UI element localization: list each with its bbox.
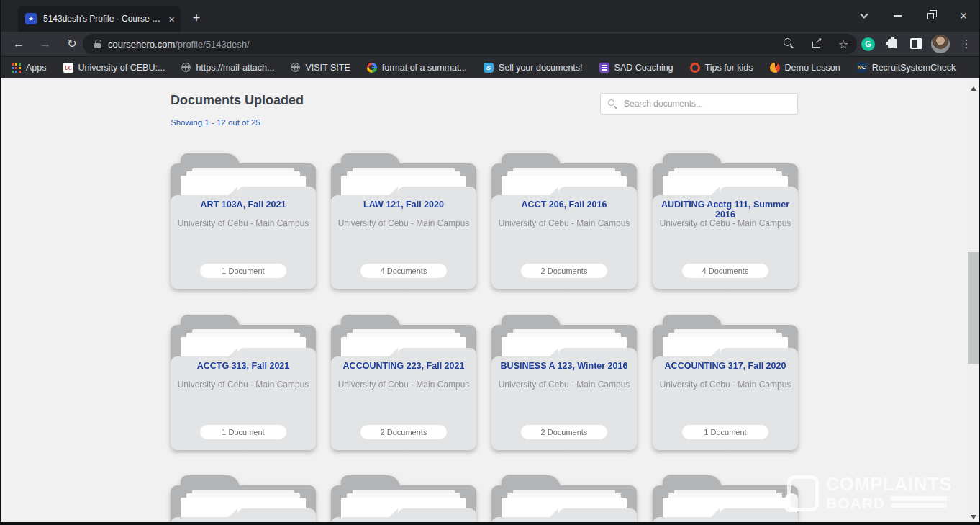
red-ring-icon — [690, 63, 700, 73]
lock-icon[interactable] — [94, 43, 101, 48]
folder-title: LAW 121, Fall 2020 — [335, 199, 472, 210]
watermark-text: COMPLAINTS — [826, 475, 952, 493]
course-hero-favicon — [25, 13, 37, 24]
globe-icon — [291, 63, 300, 72]
folder-card-law-121[interactable]: LAW 121, Fall 2020 University of Cebu - … — [331, 153, 476, 290]
folder-school: University of Cebu - Main Campus — [657, 218, 794, 228]
document-count-badge: 4 Documents — [682, 264, 768, 278]
folder-card-partial[interactable] — [331, 475, 476, 525]
bookmark-visit-site[interactable]: VISIT SITE — [291, 63, 350, 73]
bookmark-university-of-cebu[interactable]: University of CEBU:... — [63, 63, 165, 73]
folder-school: University of Cebu - Main Campus — [496, 380, 632, 390]
window-close-button[interactable] — [953, 9, 974, 23]
window-bottom-edge — [1, 522, 979, 525]
document-count-badge: 1 Document — [200, 425, 286, 439]
browser-toolbar: coursehero.com/profile/5143desh/ — [1, 32, 979, 56]
extensions-puzzle-icon[interactable] — [888, 39, 897, 48]
document-search-box[interactable] — [600, 93, 798, 115]
folder-school: University of Cebu - Main Campus — [175, 380, 312, 390]
document-count-badge: 2 Documents — [521, 425, 607, 439]
scroll-down-icon[interactable] — [967, 509, 979, 519]
folder-school: University of Cebu - Main Campus — [175, 218, 312, 228]
profile-avatar[interactable] — [931, 35, 950, 53]
forward-icon[interactable] — [36, 35, 55, 53]
folder-card-accounting-317[interactable]: ACCOUNTING 317, Fall 2020 University of … — [653, 315, 798, 452]
apps-grid-icon — [11, 63, 21, 73]
folder-card-partial[interactable] — [171, 475, 316, 525]
bookmark-sell-documents[interactable]: Sell your documents! — [484, 63, 583, 73]
globe-icon — [181, 63, 191, 72]
zoom-out-icon[interactable] — [784, 38, 795, 50]
blue-s-icon — [484, 63, 494, 73]
folder-school: University of Cebu - Main Campus — [335, 380, 472, 390]
side-panel-icon[interactable] — [910, 38, 922, 49]
page-scrollbar[interactable] — [967, 78, 979, 525]
bookmark-demo-lesson[interactable]: Demo Lesson — [770, 63, 840, 73]
share-icon[interactable] — [811, 38, 822, 50]
folder-card-business-a-123[interactable]: BUSINESS A 123, Winter 2016 University o… — [491, 315, 637, 452]
tab-close-icon[interactable] — [168, 13, 175, 25]
scroll-up-icon[interactable] — [967, 81, 979, 91]
window-restore-button[interactable] — [920, 9, 940, 23]
bookmark-mail-attach[interactable]: https://mail-attach... — [181, 63, 274, 73]
bookmark-recruitsystemcheck[interactable]: RecruitSystemCheck — [857, 63, 956, 73]
orange-circle-icon — [770, 63, 780, 73]
folder-school: University of Cebu - Main Campus — [335, 218, 472, 228]
folder-title: ART 103A, Fall 2021 — [175, 199, 312, 210]
results-count-text: Showing 1 - 12 out of 25 — [171, 118, 260, 127]
document-count-badge: 2 Documents — [360, 425, 447, 439]
profile-documents-page: Documents Uploaded Showing 1 - 12 out of… — [1, 78, 968, 525]
watermark-small-text — [891, 496, 947, 511]
reload-icon[interactable] — [63, 35, 81, 53]
folder-card-partial[interactable] — [491, 475, 637, 525]
search-input[interactable] — [624, 94, 793, 114]
document-count-badge: 1 Document — [200, 264, 286, 278]
document-count-badge: 4 Documents — [360, 264, 447, 278]
scrollbar-thumb[interactable] — [968, 252, 979, 364]
new-tab-button[interactable] — [188, 10, 205, 27]
address-bar[interactable]: coursehero.com/profile/5143desh/ — [83, 34, 857, 54]
folder-card-partial[interactable] — [653, 475, 798, 525]
folder-card-art-103a[interactable]: ART 103A, Fall 2021 University of Cebu -… — [171, 153, 316, 290]
folder-title: ACCT 206, Fall 2016 — [496, 199, 632, 210]
folder-card-acct-206[interactable]: ACCT 206, Fall 2016 University of Cebu -… — [491, 153, 637, 290]
folder-title: AUDITING Acctg 111, Summer 2016 — [657, 199, 794, 220]
folder-card-auditing-acctg-111[interactable]: AUDITING Acctg 111, Summer 2016 Universi… — [653, 153, 798, 290]
watermark-text: BOARD — [826, 495, 885, 511]
nc-badge-icon — [857, 63, 867, 73]
tab-title: 5143desh's Profile - Course Hero — [43, 14, 164, 24]
title-bar: 5143desh's Profile - Course Hero — [1, 0, 979, 32]
document-count-badge: 1 Document — [682, 425, 768, 439]
folder-card-acctg-313[interactable]: ACCTG 313, Fall 2021 University of Cebu … — [171, 315, 316, 452]
browser-tab[interactable]: 5143desh's Profile - Course Hero — [18, 6, 181, 32]
url-text: coursehero.com/profile/5143desh/ — [108, 39, 768, 50]
complaintsboard-watermark: COMPLAINTS BOARD — [787, 475, 967, 511]
bookmark-format-summary[interactable]: format of a summat... — [367, 63, 467, 73]
folder-card-accounting-223[interactable]: ACCOUNTING 223, Fall 2021 University of … — [331, 315, 476, 452]
folder-title: ACCOUNTING 317, Fall 2020 — [657, 361, 794, 371]
bookmark-sad-coaching[interactable]: SAD Coaching — [599, 63, 673, 73]
grammarly-extension-icon[interactable] — [861, 37, 875, 51]
folder-school: University of Cebu - Main Campus — [657, 380, 794, 390]
page-title: Documents Uploaded — [171, 93, 304, 108]
uc-favicon-icon — [63, 63, 73, 73]
search-icon — [608, 99, 618, 109]
bookmark-star-icon[interactable] — [838, 38, 850, 50]
browser-menu-icon[interactable] — [959, 35, 974, 53]
google-icon — [367, 63, 377, 73]
complaintsboard-logo-icon — [787, 475, 819, 511]
window-chevron-icon[interactable] — [854, 9, 874, 23]
purple-list-icon — [599, 63, 609, 73]
browser-window: 5143desh's Profile - Course Hero courseh… — [0, 0, 980, 525]
document-count-badge: 2 Documents — [521, 264, 607, 278]
folder-title: ACCOUNTING 223, Fall 2021 — [335, 361, 472, 371]
bookmarks-bar: Apps University of CEBU:... https://mail… — [1, 56, 979, 78]
folder-title: ACCTG 313, Fall 2021 — [175, 361, 312, 371]
back-icon[interactable] — [9, 35, 28, 53]
folder-school: University of Cebu - Main Campus — [496, 218, 632, 228]
window-minimize-button[interactable] — [887, 9, 907, 23]
folder-title: BUSINESS A 123, Winter 2016 — [496, 361, 632, 371]
bookmark-tips-for-kids[interactable]: Tips for kids — [690, 63, 753, 73]
bookmark-apps[interactable]: Apps — [11, 63, 47, 73]
